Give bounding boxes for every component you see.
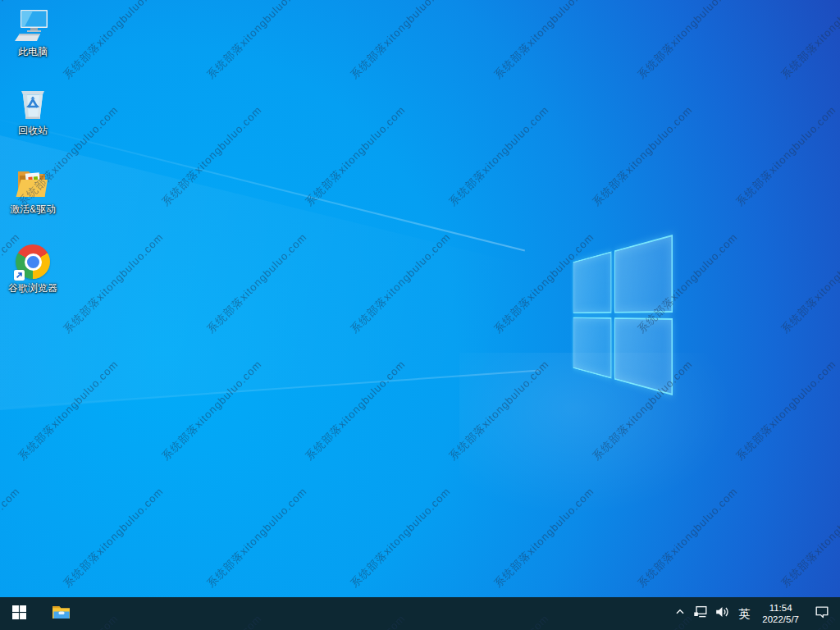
file-explorer-icon — [51, 601, 72, 626]
clock-time: 11:54 — [769, 602, 792, 614]
light-beam-wash — [0, 0, 840, 630]
desktop-icon-label: 回收站 — [18, 126, 48, 137]
wallpaper — [0, 0, 840, 630]
network-ethernet-icon — [692, 604, 709, 623]
desktop-icon-label: 激活&驱动 — [10, 204, 56, 216]
action-center-icon — [814, 604, 830, 623]
system-tray: 英 11:54 2022/5/7 — [670, 597, 840, 630]
desktop-icon-google-chrome[interactable]: 谷歌浏览器 — [2, 243, 64, 313]
windows-logo-pane — [614, 317, 673, 395]
recycle-bin-icon — [14, 85, 52, 123]
desktop: 此电脑 回收站 — [0, 0, 840, 630]
volume-icon — [714, 604, 730, 623]
desktop-icon-recycle-bin[interactable]: 回收站 — [2, 85, 64, 156]
ime-indicator[interactable]: 英 — [733, 597, 756, 630]
light-beam-top — [0, 115, 525, 251]
taskbar-clock[interactable]: 11:54 2022/5/7 — [756, 597, 806, 630]
clock-date: 2022/5/7 — [762, 614, 799, 625]
windows-start-icon — [12, 605, 26, 623]
windows-logo-pane — [614, 235, 673, 313]
light-beam-floor — [459, 353, 840, 630]
action-center-button[interactable] — [806, 597, 838, 630]
windows-logo — [573, 235, 673, 395]
this-pc-icon — [14, 7, 52, 44]
desktop-icon-label: 此电脑 — [18, 47, 48, 58]
light-beam-bottom — [0, 370, 540, 410]
chrome-logo-hub — [25, 253, 42, 271]
desktop-icon-activation-drivers[interactable]: 激活&驱动 — [2, 164, 64, 235]
windows-logo-pane — [573, 252, 612, 313]
windows-logo-pane — [573, 317, 612, 378]
start-button[interactable] — [0, 597, 38, 630]
desktop-icon-list: 此电脑 回收站 — [2, 7, 64, 313]
folder-icon — [14, 164, 52, 202]
shortcut-arrow-icon — [14, 270, 25, 281]
tray-expand-button[interactable] — [670, 597, 690, 630]
ime-label: 英 — [738, 597, 750, 630]
file-explorer-button[interactable] — [43, 597, 80, 630]
taskbar: 英 11:54 2022/5/7 — [0, 597, 840, 630]
network-button[interactable] — [690, 597, 711, 630]
volume-button[interactable] — [711, 597, 733, 630]
desktop-icon-label: 谷歌浏览器 — [8, 283, 57, 294]
chevron-up-icon — [673, 605, 687, 623]
desktop-icon-this-pc[interactable]: 此电脑 — [2, 7, 64, 77]
chrome-icon — [14, 243, 52, 281]
